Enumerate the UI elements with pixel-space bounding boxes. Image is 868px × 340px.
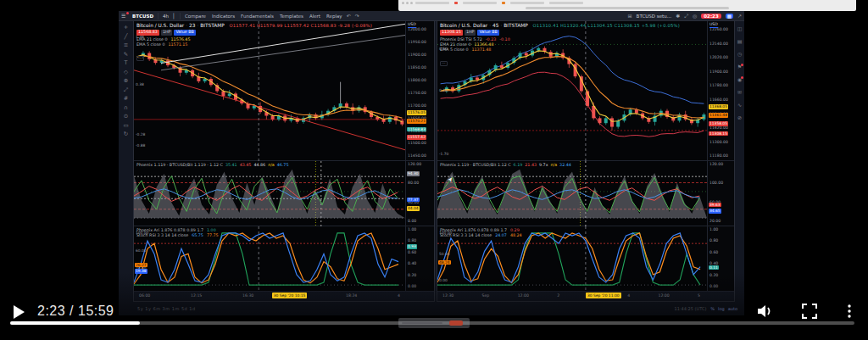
toolbar-buttons: CompareIndicatorsFundamentalsTemplatesAl… xyxy=(185,14,342,19)
record-timer-badge: 02:23 xyxy=(701,14,721,19)
dock-overlay xyxy=(398,318,470,328)
price-tag: 11557.42 xyxy=(407,135,426,140)
drawing-toolbar: +╱≡✎T◇⊕⤢#∩⊙▭↻ xyxy=(119,21,134,302)
menu-icon: ☰ xyxy=(121,13,128,19)
left-chart-column: 1.380.38-0.28-0.88 Bitcoin / U.S. Dollar… xyxy=(134,21,434,302)
time-tick: 18:24 xyxy=(346,293,357,298)
time-tick: 12:00 xyxy=(518,293,529,298)
stoch-axis-label: 0.20 xyxy=(408,274,416,278)
replay-time-tag: 30 Sep '20 10:15 xyxy=(272,293,308,298)
toolbar-button: Replay xyxy=(326,14,342,19)
list-item: 0.10 xyxy=(439,88,448,92)
oscillator-value: n/a xyxy=(551,163,558,167)
list-item: Phoenix Ari 1.876 0.878 0.89 1.70.29 xyxy=(440,228,520,232)
details-icon: ▤ xyxy=(737,39,743,44)
price-tag: 11308.15 xyxy=(709,131,728,137)
publish-icon: ▩ xyxy=(726,14,733,19)
notification-dot xyxy=(126,12,129,14)
stoch-tag: 0.11 xyxy=(709,265,719,270)
play-button[interactable] xyxy=(14,305,25,319)
stoch-axis-label: 1.00 xyxy=(408,228,416,232)
layout-grid-icon: ⊞ xyxy=(628,13,632,19)
time-tick: 06:00 xyxy=(139,293,150,298)
stoch-axis-label: 0.00 xyxy=(408,285,416,289)
browser-chrome xyxy=(398,0,856,11)
forecast-icon: ⊕ xyxy=(124,78,128,84)
osc-tag: 39.63 xyxy=(709,203,721,208)
snapshot-icon: ◎ xyxy=(693,13,697,19)
list-item: 1.38 xyxy=(136,35,144,39)
stoch-axis-label: 0.40 xyxy=(408,262,416,266)
osc-tag: 77.37 xyxy=(407,198,420,203)
oscillator-label: Phoenix 1.119 · BTCUSD/Bit 1.119 · 1.12 … xyxy=(136,163,223,167)
price-tag: 11358.05 xyxy=(709,121,728,126)
browser-tab-strip xyxy=(415,1,754,5)
fullscreen-button[interactable] xyxy=(802,304,817,319)
left-stochastic-axis: 1.000.800.600.400.200.00 0.93 xyxy=(405,226,434,291)
interval-button: 4h xyxy=(163,14,169,19)
stoch-left-tag: 19.38 xyxy=(135,269,147,274)
undo-icon: ↶ xyxy=(347,13,351,19)
price-label: 11900.00 xyxy=(709,70,728,75)
messages-icon: ✉ xyxy=(737,90,742,95)
osc-axis-label: 120.00 xyxy=(709,163,723,167)
chart-style-icon: ⎢ xyxy=(173,13,175,19)
list-item: 0.38 xyxy=(136,82,144,86)
oscillator-label: Phoenix 1.119 · BTCUSD/Bit 1.12 C xyxy=(440,163,511,167)
price-label: 11780.00 xyxy=(709,84,728,88)
magnet-icon: ∩ xyxy=(124,105,128,111)
time-tick: 4 xyxy=(627,293,630,298)
help-icon: ⊘ xyxy=(737,115,742,120)
brush-icon: ✎ xyxy=(124,52,128,58)
time-tick: 12:15 xyxy=(191,293,202,298)
stoch-axis-label: 1.00 xyxy=(709,228,718,232)
toolbar-button: Templates xyxy=(280,14,303,19)
oscillator-value: 21.43 xyxy=(525,163,537,167)
time-tick: 5 xyxy=(698,293,700,298)
list-item: -0.28 xyxy=(136,132,145,137)
time-tick: 12:00 xyxy=(658,293,669,298)
trend-line-icon: ╱ xyxy=(125,34,128,40)
price-label: 11900.00 xyxy=(408,53,426,58)
price-label: 11420.00 xyxy=(709,126,728,131)
stoch-axis-label: 0.80 xyxy=(709,239,718,243)
osc-axis-label: 0.00 xyxy=(408,220,416,224)
price-label: 12000.00 xyxy=(408,28,426,32)
remove-icon: ↻ xyxy=(124,131,128,137)
list-item: 50.00 xyxy=(439,252,450,256)
right-oscillator-pane: Phoenix 1.119 · BTCUSD/Bit 1.12 C 6.1921… xyxy=(437,161,734,226)
fullscreen-chart-icon: ⤢ xyxy=(684,13,688,20)
price-tag: 11570.21 xyxy=(407,119,426,124)
list-item: Stoch RSI 3 3 14 14 close24.0748.24 xyxy=(440,233,522,237)
right-chart-column: 0.500.10-1.70 Bitcoin / U.S. Dollar45BIT… xyxy=(437,21,734,302)
price-label: 12140.00 xyxy=(709,42,728,47)
osc-tag: 44.04 xyxy=(407,206,420,211)
price-label: 11300.00 xyxy=(709,141,728,145)
tab-favicon-orange xyxy=(502,2,505,4)
volume-button[interactable] xyxy=(757,304,776,319)
osc-tag: 94.30 xyxy=(407,171,420,176)
list-item: 0.00 xyxy=(439,278,448,282)
right-stochastic-axis: 1.000.800.600.400.200.00 0.11 xyxy=(707,226,734,291)
osc-axis-label: 20.00 xyxy=(709,220,721,224)
watchlist-icon: ◫ xyxy=(737,26,743,31)
left-stochastic-pane: Phoenix Ari 1.876 0.878 0.89 1.71.00Stoc… xyxy=(134,226,434,292)
oscillator-value: 6.19 xyxy=(514,163,523,167)
time-tick: Sep xyxy=(482,293,490,298)
more-options-button[interactable] xyxy=(847,304,852,319)
dock-red-badge xyxy=(449,320,463,326)
right-price-axis: USD 12260.0012140.0012020.0011900.001178… xyxy=(707,21,734,160)
video-player[interactable]: ☰ BTCUSD 4h ⎢ CompareIndicatorsFundament… xyxy=(0,0,868,340)
stoch-tag: 0.93 xyxy=(407,244,417,249)
right-oscillator-axis: 120.00100.0060.0020.00 39.6334.65 xyxy=(707,161,734,226)
lock-icon: ⊙ xyxy=(124,114,128,120)
oscillator-value: 32.44 xyxy=(559,163,571,167)
osc-tag: 34.65 xyxy=(709,209,721,214)
share-icon: ↗ xyxy=(737,13,742,19)
price-label: 11700.00 xyxy=(408,104,426,109)
hide-icon: ▭ xyxy=(123,123,128,129)
list-item: 0.50 xyxy=(439,47,448,51)
left-oscillator-pane: Phoenix 1.119 · BTCUSD/Bit 1.119 · 1.12 … xyxy=(134,161,434,226)
left-price-axis: USD 12000.0011950.0011900.0011850.001180… xyxy=(405,21,434,160)
price-label: 11180.00 xyxy=(709,154,728,159)
